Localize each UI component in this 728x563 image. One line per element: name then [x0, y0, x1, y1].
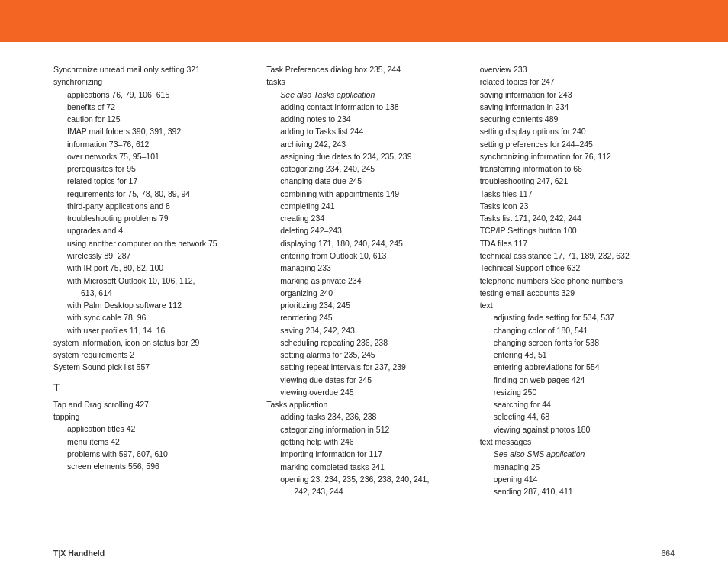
index-entry-sub: screen elements 556, 596 [53, 460, 248, 472]
index-entry-sub: menu items 42 [53, 436, 248, 448]
index-entry-sub: setting alarms for 235, 245 [266, 349, 461, 361]
index-entry-main: synchronizing information for 76, 112 [480, 150, 675, 162]
index-entry-sub: applications 76, 79, 106, 615 [53, 88, 248, 101]
index-entry-sub: sending 287, 410, 411 [480, 485, 675, 497]
index-entry-main: Tap and Drag scrolling 427 [53, 398, 248, 410]
index-entry-sub: with Palm Desktop software 112 [53, 299, 248, 311]
index-entry-sub: entering 48, 51 [480, 349, 675, 361]
index-entry-sub: requirements for 75, 78, 80, 89, 94 [53, 188, 248, 200]
index-letter: T [53, 380, 248, 395]
index-entry-sub: upgrades and 4 [53, 224, 248, 236]
index-entry-sub: related topics for 17 [53, 175, 248, 187]
index-entry-main: Tasks files 117 [480, 188, 675, 200]
index-entry-main: technical assistance 17, 71, 189, 232, 6… [480, 249, 675, 262]
index-entry-sub: creating 234 [266, 212, 461, 224]
index-entry-sub: opening 414 [480, 473, 675, 485]
index-entry-sub: adding notes to 234 [266, 113, 461, 125]
index-entry-sub2: 613, 614 [53, 287, 248, 299]
index-entry-main: Technical Support office 632 [480, 262, 675, 274]
index-entry-sub: benefits of 72 [53, 101, 248, 113]
index-entry-sub: organizing 240 [266, 287, 461, 299]
header-bar [0, 0, 728, 42]
index-entry-main: saving information for 243 [480, 88, 675, 101]
index-entry-sub: See also SMS application [480, 448, 675, 460]
index-entry-sub: viewing against photos 180 [480, 423, 675, 436]
index-entry-main: setting display options for 240 [480, 125, 675, 137]
index-entry-main: tasks [266, 76, 461, 88]
index-entry-sub: entering abbreviations for 554 [480, 361, 675, 373]
index-entry-sub: reordering 245 [266, 311, 461, 323]
index-entry-sub: deleting 242–243 [266, 224, 461, 236]
index-entry-sub: adding tasks 234, 236, 238 [266, 410, 461, 423]
index-entry-main: transferring information to 66 [480, 162, 675, 175]
index-entry-sub: with user profiles 11, 14, 16 [53, 324, 248, 336]
index-entry-sub: with sync cable 78, 96 [53, 311, 248, 323]
index-entry-main: Tasks icon 23 [480, 200, 675, 212]
index-entry-sub: marking as private 234 [266, 275, 461, 287]
index-entry-sub: changing color of 180, 541 [480, 324, 675, 336]
index-entry-sub: selecting 44, 68 [480, 410, 675, 423]
footer-title: T|X Handheld [53, 549, 105, 558]
index-entry-main: system requirements 2 [53, 349, 248, 361]
index-entry-sub: categorizing information in 512 [266, 423, 461, 436]
index-entry-sub: IMAP mail folders 390, 391, 392 [53, 125, 248, 137]
footer-page: 664 [661, 549, 675, 558]
index-entry-sub: wirelessly 89, 287 [53, 249, 248, 262]
index-entry-sub: archiving 242, 243 [266, 138, 461, 150]
index-entry-sub: prioritizing 234, 245 [266, 299, 461, 311]
index-entry-main: TCP/IP Settings button 100 [480, 224, 675, 236]
column-3: overview 233related topics for 247saving… [480, 63, 675, 525]
footer: T|X Handheld 664 [0, 542, 728, 563]
index-entry-sub: categorizing 234, 240, 245 [266, 162, 461, 175]
index-entry-sub: third-party applications and 8 [53, 200, 248, 212]
index-entry-main: Task Preferences dialog box 235, 244 [266, 63, 461, 76]
index-entry-sub: importing information for 117 [266, 448, 461, 460]
index-entry-sub2: 242, 243, 244 [266, 485, 461, 497]
column-2: Task Preferences dialog box 235, 244task… [266, 63, 461, 525]
index-entry-sub: setting repeat intervals for 237, 239 [266, 361, 461, 373]
index-entry-sub: viewing due dates for 245 [266, 374, 461, 386]
index-entry-sub: caution for 125 [53, 113, 248, 125]
column-1: Synchronize unread mail only setting 321… [53, 63, 248, 525]
index-entry-sub: assigning due dates to 234, 235, 239 [266, 150, 461, 162]
index-entry-main: Tasks list 171, 240, 242, 244 [480, 212, 675, 224]
index-entry-main: securing contents 489 [480, 113, 675, 125]
index-entry-sub: troubleshooting problems 79 [53, 212, 248, 224]
index-entry-main: text [480, 299, 675, 311]
index-entry-main: synchronizing [53, 76, 248, 88]
index-entry-sub: completing 241 [266, 200, 461, 212]
index-entry-sub: problems with 597, 607, 610 [53, 448, 248, 460]
index-entry-sub: resizing 250 [480, 386, 675, 398]
index-entry-sub: information 73–76, 612 [53, 138, 248, 150]
index-entry-main: Tasks application [266, 398, 461, 410]
index-entry-main: System Sound pick list 557 [53, 361, 248, 373]
index-entry-sub: combining with appointments 149 [266, 188, 461, 200]
index-entry-sub: with Microsoft Outlook 10, 106, 112, [53, 275, 248, 287]
index-entry-sub: viewing overdue 245 [266, 386, 461, 398]
index-entry-main: testing email accounts 329 [480, 287, 675, 299]
index-entry-main: setting preferences for 244–245 [480, 138, 675, 150]
index-entry-sub: marking completed tasks 241 [266, 461, 461, 473]
index-entry-sub: managing 25 [480, 461, 675, 473]
page-content: Synchronize unread mail only setting 321… [0, 42, 728, 540]
index-entry-sub: scheduling repeating 236, 238 [266, 336, 461, 349]
index-entry-sub: prerequisites for 95 [53, 162, 248, 175]
index-entry-main: overview 233 [480, 63, 675, 76]
index-entry-main: tapping [53, 410, 248, 423]
index-entry-sub: changing date due 245 [266, 175, 461, 187]
index-entry-sub: searching for 44 [480, 398, 675, 410]
index-entry-main: text messages [480, 436, 675, 448]
index-entry-main: system information, icon on status bar 2… [53, 336, 248, 349]
index-entry-sub: entering from Outlook 10, 613 [266, 249, 461, 262]
index-entry-sub: application titles 42 [53, 423, 248, 435]
index-entry-sub: getting help with 246 [266, 436, 461, 448]
index-entry-sub: opening 23, 234, 235, 236, 238, 240, 241… [266, 473, 461, 485]
index-entry-sub: changing screen fonts for 538 [480, 336, 675, 349]
index-entry-sub: managing 233 [266, 262, 461, 274]
index-entry-main: Synchronize unread mail only setting 321 [53, 63, 248, 76]
index-entry-main: telephone numbers See phone numbers [480, 275, 675, 287]
index-entry-sub: with IR port 75, 80, 82, 100 [53, 262, 248, 274]
index-entry-sub: displaying 171, 180, 240, 244, 245 [266, 237, 461, 249]
index-entry-sub: using another computer on the network 75 [53, 237, 248, 249]
index-entry-sub: adding contact information to 138 [266, 101, 461, 113]
